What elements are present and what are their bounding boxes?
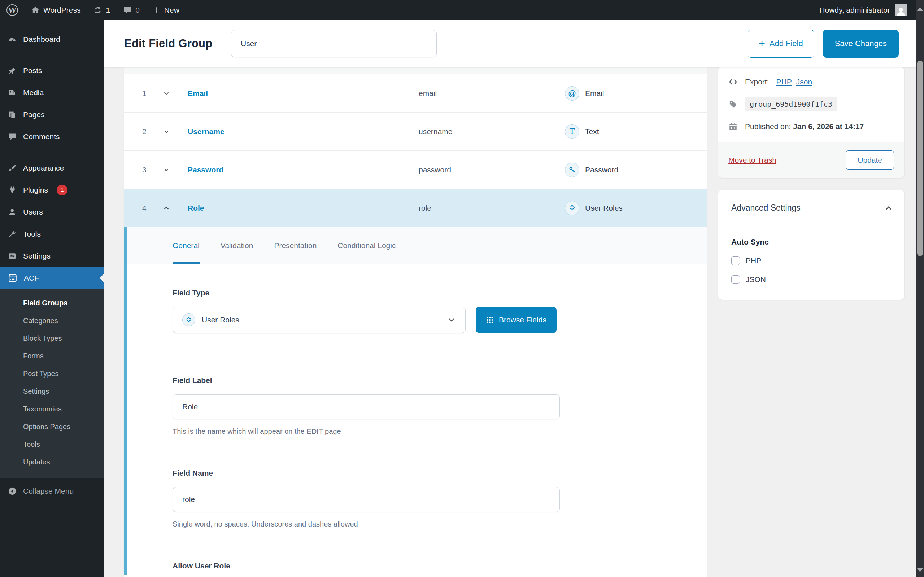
sidebar-item-media[interactable]: Media	[0, 82, 104, 103]
submenu-updates[interactable]: Updates	[0, 453, 104, 471]
comment-bubble-icon	[123, 6, 132, 15]
sidebar-item-label: Posts	[23, 66, 42, 75]
sidebar-item-users[interactable]: Users	[0, 201, 104, 223]
submenu-post-types[interactable]: Post Types	[0, 365, 104, 383]
chevron-down-icon[interactable]	[162, 128, 188, 135]
field-label-link[interactable]: Username	[188, 127, 419, 136]
field-type-value: User Roles	[202, 316, 239, 324]
admin-sidebar: Dashboard Posts Media Pages	[0, 20, 104, 577]
plus-icon	[153, 6, 161, 14]
json-checkbox[interactable]	[731, 275, 740, 284]
update-button[interactable]: Update	[846, 150, 894, 170]
scroll-down-arrow[interactable]	[917, 568, 923, 575]
tab-general[interactable]: General	[173, 227, 200, 264]
field-type-label: User Roles	[585, 204, 623, 213]
auto-sync-json-option[interactable]: JSON	[731, 275, 891, 284]
sidebar-item-posts[interactable]: Posts	[0, 60, 104, 82]
dashboard-icon	[8, 35, 16, 44]
site-name-menu[interactable]: WordPress	[24, 0, 87, 20]
page-scrollbar[interactable]	[916, 0, 924, 577]
field-type-label: Field Type	[173, 288, 707, 297]
sidebar-item-label: Tools	[23, 230, 41, 239]
field-label-link[interactable]: Role	[188, 204, 419, 213]
sidebar-item-dashboard[interactable]: Dashboard	[0, 28, 104, 50]
scrollbar-thumb[interactable]	[917, 61, 923, 256]
scroll-up-arrow[interactable]	[917, 4, 923, 11]
sidebar-item-plugins[interactable]: Plugins 1	[0, 179, 104, 201]
section-divider	[124, 356, 707, 356]
chevron-down-icon	[447, 316, 456, 324]
field-name-help: Single word, no spaces. Underscores and …	[173, 520, 707, 528]
field-type-select[interactable]: User Roles	[173, 306, 465, 333]
acf-submenu: Field Groups Categories Block Types Form…	[0, 289, 104, 478]
submenu-categories[interactable]: Categories	[0, 312, 104, 330]
field-order: 3	[137, 166, 162, 174]
chevron-up-icon[interactable]	[162, 204, 188, 212]
password-type-icon	[565, 163, 579, 177]
export-php-link[interactable]: PHP	[776, 77, 792, 86]
field-label-link[interactable]: Email	[188, 89, 419, 98]
sidebar-item-pages[interactable]: Pages	[0, 103, 104, 126]
page-header: Edit Field Group + Add Field Save Change…	[104, 20, 916, 67]
field-order: 2	[137, 127, 162, 136]
field-type-label: Email	[585, 89, 604, 98]
submenu-settings[interactable]: Settings	[0, 383, 104, 400]
field-name: password	[419, 166, 565, 174]
save-changes-button[interactable]: Save Changes	[823, 29, 899, 58]
account-menu[interactable]: Howdy, administrator	[819, 4, 924, 16]
browse-fields-button[interactable]: Browse Fields	[476, 306, 557, 333]
submenu-forms[interactable]: Forms	[0, 347, 104, 365]
sidebar-item-tools[interactable]: Tools	[0, 223, 104, 245]
export-row: Export: PHP Json	[718, 77, 904, 87]
site-name: WordPress	[43, 6, 81, 15]
chevron-down-icon[interactable]	[162, 166, 188, 174]
sidebar-item-label: Media	[23, 89, 44, 97]
allow-user-role-label: Allow User Role	[173, 561, 707, 570]
collapse-menu-button[interactable]: Collapse Menu	[0, 481, 104, 501]
sidebar-item-settings[interactable]: Settings	[0, 245, 104, 267]
new-content-menu[interactable]: New	[146, 0, 186, 20]
submenu-tools[interactable]: Tools	[0, 436, 104, 453]
php-checkbox[interactable]	[731, 256, 740, 265]
advanced-settings-header[interactable]: Advanced Settings	[718, 190, 904, 226]
field-row-role[interactable]: 4 Role role User Roles	[124, 189, 707, 227]
advanced-settings-panel: Advanced Settings Auto Sync PHP JSON	[718, 190, 904, 300]
field-row-password[interactable]: 3 Password password Password	[124, 151, 707, 189]
field-row-email[interactable]: 1 Email email @ Email	[124, 74, 707, 113]
media-icon	[8, 89, 16, 97]
field-group-title-input[interactable]	[231, 30, 437, 57]
field-order: 1	[137, 89, 162, 98]
text-type-icon: T	[565, 124, 579, 139]
tab-presentation[interactable]: Presentation	[274, 227, 317, 264]
comments-menu[interactable]: 0	[116, 0, 146, 20]
add-field-button[interactable]: + Add Field	[748, 29, 814, 58]
submenu-options-pages[interactable]: Options Pages	[0, 418, 104, 436]
sidebar-item-appearance[interactable]: Appearance	[0, 157, 104, 179]
updates-menu[interactable]: 1	[87, 0, 116, 20]
auto-sync-label: Auto Sync	[731, 238, 891, 246]
field-label-help: This is the name which will appear on th…	[173, 427, 707, 436]
field-name-input[interactable]	[173, 487, 560, 512]
submenu-taxonomies[interactable]: Taxonomies	[0, 400, 104, 418]
field-label-link[interactable]: Password	[188, 166, 419, 174]
export-json-link[interactable]: Json	[796, 77, 812, 86]
menu-separator	[0, 50, 104, 60]
submenu-field-groups[interactable]: Field Groups	[0, 294, 104, 312]
sidebar-item-label: Pages	[23, 110, 45, 119]
auto-sync-php-option[interactable]: PHP	[731, 256, 891, 265]
sidebar-item-comments[interactable]: Comments	[0, 126, 104, 148]
submenu-block-types[interactable]: Block Types	[0, 330, 104, 347]
field-row-username[interactable]: 2 Username username T Text	[124, 113, 707, 151]
comments-icon	[8, 132, 16, 141]
chevron-down-icon[interactable]	[162, 89, 188, 97]
field-label-input[interactable]	[173, 394, 560, 419]
tab-conditional-logic[interactable]: Conditional Logic	[338, 227, 396, 264]
user-roles-type-icon	[565, 201, 579, 215]
sidebar-item-acf[interactable]: ACF	[0, 267, 104, 289]
right-sidebar: Export: PHP Json group_695d1900f1fc3 Pub…	[718, 67, 904, 300]
field-type: User Roles	[565, 201, 707, 215]
howdy-text: Howdy, administrator	[819, 6, 890, 15]
move-to-trash-link[interactable]: Move to Trash	[729, 156, 776, 164]
wp-logo-menu[interactable]: W	[0, 0, 24, 20]
tab-validation[interactable]: Validation	[221, 227, 254, 264]
